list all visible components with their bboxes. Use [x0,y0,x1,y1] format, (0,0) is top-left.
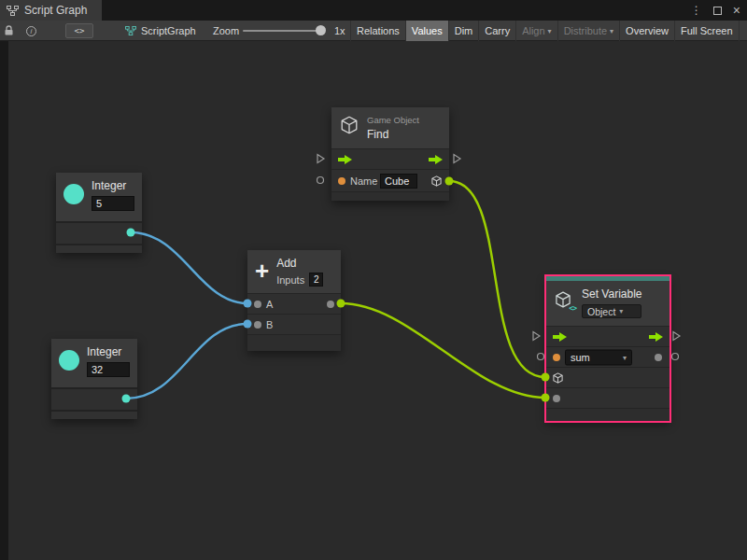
input-port-b[interactable] [254,321,261,329]
node-set-variable[interactable]: <> Set Variable Object ▾ sum ▾ [546,276,669,421]
window-menu-icon[interactable]: ⋮ [691,5,702,16]
control-output-port[interactable] [429,155,443,164]
integer-value-field[interactable]: 32 [87,362,130,377]
canvas-left-edge [0,41,8,560]
node-title: Add [276,258,323,270]
node-title: Integer [92,180,134,192]
values-button[interactable]: Values [406,21,449,41]
tab-title: Script Graph [24,4,87,17]
graph-name-label: ScriptGraph [141,21,196,41]
fullscreen-button[interactable]: Full Screen [675,21,740,41]
value-output-port[interactable] [655,354,662,361]
string-input-port[interactable] [338,177,345,185]
set-variable-icon: <> [554,290,574,311]
value-input-port[interactable] [553,395,560,402]
node-footer [546,408,669,421]
maximize-icon[interactable] [713,7,722,15]
game-object-input-port[interactable] [552,371,564,384]
node-footer [51,410,137,419]
lock-icon[interactable] [4,21,14,41]
tab-script-graph[interactable]: Script Graph [0,0,102,21]
align-button[interactable]: Align▾ [516,21,557,41]
control-output-port[interactable] [649,332,663,342]
chevron-down-icon: ▾ [623,353,627,361]
node-title: Find [367,128,388,141]
integer-type-icon [63,184,84,204]
dim-button[interactable]: Dim [449,21,480,41]
inputs-label: Inputs [276,274,304,286]
node-integer-2[interactable]: Integer 32 [51,339,137,419]
edit-source-button[interactable]: <> [65,23,93,38]
toolbar-buttons: Relations Values Dim Carry Align▾ Distri… [350,21,740,41]
zoom-label: Zoom [213,21,239,41]
node-title: Integer [87,346,130,358]
graph-toolbar: i <> ScriptGraph Zoom 1x Relations Value… [0,21,747,41]
relations-button[interactable]: Relations [350,21,406,41]
script-graph-asset-icon [125,21,136,41]
output-port-row[interactable] [56,221,142,244]
node-category: Game Object [367,115,419,125]
name-label: Name [350,175,377,187]
zoom-slider-track[interactable] [243,30,325,32]
script-graph-icon [7,6,19,16]
variable-name-dropdown[interactable]: sum ▾ [565,349,632,365]
control-input-port[interactable] [553,332,567,342]
add-icon: + [255,259,269,283]
game-object-icon [339,115,359,135]
control-input-port[interactable] [338,155,352,164]
output-port-row[interactable] [51,387,137,410]
carry-button[interactable]: Carry [479,21,516,41]
integer-type-icon [59,350,79,371]
game-object-output-port[interactable] [430,175,443,187]
node-game-object-find[interactable]: Game Object Find Name Cube [331,107,449,201]
node-footer [56,244,142,253]
node-integer-1[interactable]: Integer 5 [56,173,142,253]
variable-name-port[interactable] [553,354,560,361]
zoom-value: 1x [334,21,345,41]
node-footer [331,191,449,201]
window-controls: ⋮ × [691,0,740,21]
inputs-count-field[interactable]: 2 [309,273,323,287]
zoom-slider-handle[interactable] [316,25,326,35]
window-titlebar: Script Graph ⋮ × [0,0,747,21]
name-value-field[interactable]: Cube [380,174,417,189]
info-icon[interactable]: i [26,21,36,41]
output-port-sum[interactable] [327,301,334,308]
node-footer [247,334,341,351]
port-label: A [266,299,273,310]
input-port-a[interactable] [254,301,261,308]
distribute-button[interactable]: Distribute▾ [558,21,620,41]
close-icon[interactable]: × [733,4,740,17]
variable-scope-dropdown[interactable]: Object ▾ [582,304,641,318]
chevron-down-icon: ▾ [619,307,623,315]
integer-value-field[interactable]: 5 [92,196,134,211]
node-title: Set Variable [582,288,641,301]
chevron-down-icon: ▾ [610,27,613,35]
port-label: B [266,319,273,330]
chevron-down-icon: ▾ [548,27,552,35]
overview-button[interactable]: Overview [620,21,675,41]
node-add[interactable]: + Add Inputs 2 A B [247,250,341,351]
